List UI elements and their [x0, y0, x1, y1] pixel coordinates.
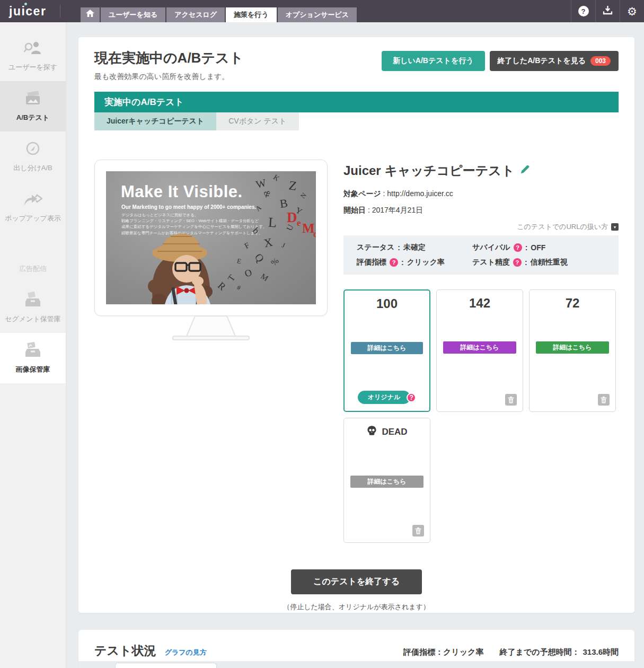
- top-navbar: juicer ユーザーを知る アクセスログ 施策を行う オプションサービス ? …: [0, 0, 644, 22]
- sidebar-item-label: 画像保管庫: [16, 365, 50, 374]
- target-page-row: 対象ページ : http://demo.juicer.cc: [343, 189, 619, 199]
- chart-strip: [78, 661, 634, 668]
- metric-row: 評価指標? : クリック率: [357, 258, 472, 267]
- nav-tab-home[interactable]: [81, 7, 100, 22]
- variant-detail-button[interactable]: 詳細はこちら: [443, 341, 516, 354]
- chevron-down-icon: ▼: [611, 223, 619, 231]
- nav-icons: ? ⚙: [571, 0, 644, 22]
- help-button[interactable]: ?: [571, 0, 595, 22]
- juicer-logo: juicer: [9, 4, 46, 19]
- title-block: 現在実施中のA/Bテスト 最も改善効果の高い箇所を改善します。: [94, 49, 243, 82]
- settings-button[interactable]: ⚙: [620, 0, 644, 22]
- trash-button[interactable]: [412, 525, 424, 537]
- preview-body-line: デジタルはもっとビジネスに貢献できる。: [121, 212, 267, 218]
- segment-box-icon: [24, 292, 42, 307]
- survival-label: サバイバル: [472, 243, 510, 252]
- precision-label: テスト精度: [472, 258, 510, 267]
- dead-header: DEAD: [344, 425, 430, 439]
- help-icon[interactable]: ?: [407, 393, 416, 402]
- variant-card: 72 詳細はこちら: [529, 289, 616, 412]
- graph-guide-link[interactable]: グラフの見方: [165, 648, 207, 657]
- nav-tab-know-users[interactable]: ユーザーを知る: [101, 7, 165, 22]
- ab-test-card: 現在実施中のA/Bテスト 最も改善効果の高い箇所を改善します。 新しいA/Bテス…: [78, 37, 634, 613]
- test-status-header: テスト状況 グラフの見方 評価指標：クリック率 終了までの予想時間： 313.6…: [94, 643, 619, 659]
- edit-pencil-icon[interactable]: [519, 163, 531, 178]
- variant-detail-button[interactable]: 詳細はこちら: [536, 341, 609, 354]
- nav-tabs: ユーザーを知る アクセスログ 施策を行う オプションサービス: [81, 7, 358, 22]
- home-icon: [86, 7, 94, 22]
- test-title: Juicer キャッチコピーテスト: [343, 162, 514, 179]
- separator: :: [398, 243, 400, 252]
- sidebar-item-segment-storage[interactable]: セグメント保管庫: [0, 283, 66, 333]
- nav-divider: [60, 5, 60, 17]
- logo-leaf-dot: [24, 3, 27, 5]
- tab-cv-button-test[interactable]: CVボタン テスト: [216, 112, 298, 130]
- tab-juicer-catchcopy-test[interactable]: Juicerキャッチコピーテスト: [94, 112, 216, 130]
- page-title: 現在実施中のA/Bテスト: [94, 49, 243, 67]
- finished-tests-button[interactable]: 終了したA/Bテストを見る 003: [490, 51, 619, 71]
- preview-body-line: 経験豊富な専門チームがお客様のデジタルマーケティングをサポートします。: [121, 230, 267, 236]
- sidebar: ユーザーを探す A/Bテスト 出し分けA/B ポップアップ表示 広告配信 セグメ…: [0, 22, 66, 668]
- metric-summary: 評価指標：クリック率: [403, 647, 483, 657]
- help-icon[interactable]: ?: [514, 243, 522, 252]
- preview-body-line: 成果に直結するデジタルマーケティングを中心にサービスを展開しております。: [121, 224, 267, 230]
- test-status-card: テスト状況 グラフの見方 評価指標：クリック率 終了までの予想時間： 313.6…: [78, 630, 634, 668]
- nav-tab-option-services[interactable]: オプションサービス: [278, 7, 357, 22]
- preview-tagline: Our Marketing to go meet happy of 2000+ …: [121, 204, 256, 210]
- separator: :: [525, 258, 527, 267]
- survival-row: サバイバル? : OFF: [472, 243, 568, 252]
- running-tests-banner: 実施中のA/Bテスト: [94, 92, 619, 112]
- gear-icon: ⚙: [627, 6, 637, 17]
- separator: :: [366, 206, 372, 214]
- variant-value: 142: [437, 296, 523, 311]
- variant-detail-button[interactable]: 詳細はこちら: [351, 342, 423, 354]
- finished-count-badge: 003: [590, 56, 611, 66]
- finished-tests-label: 終了したA/Bテストを見る: [498, 56, 586, 66]
- nav-tab-actions[interactable]: 施策を行う: [226, 7, 277, 22]
- precision-value: 信頼性重視: [531, 258, 568, 267]
- preview-body-line: 戦略プランニング・リスティング・SEO・Webサイト構築・データ分析など: [121, 218, 267, 224]
- start-date-value: 2017年4月21日: [372, 206, 424, 214]
- separator: :: [525, 243, 528, 252]
- forward-arrows-icon: [23, 191, 42, 207]
- variant-card-original: 100 詳細はこちら オリジナル ?: [343, 289, 430, 412]
- nav-tab-access-log[interactable]: アクセスログ: [166, 7, 225, 22]
- variant-detail-button[interactable]: 詳細はこちら: [350, 476, 424, 488]
- sidebar-item-label: ユーザーを探す: [8, 63, 57, 72]
- monitor-stand: [94, 316, 328, 342]
- trash-button[interactable]: [598, 394, 610, 406]
- precision-row: テスト精度? : 信頼性重視: [472, 258, 568, 267]
- target-page-label: 対象ページ: [343, 189, 381, 198]
- page-subtitle: 最も改善効果の高い箇所を改善します。: [94, 72, 243, 82]
- trash-button[interactable]: [505, 394, 517, 406]
- preview-body-text: デジタルはもっとビジネスに貢献できる。 戦略プランニング・リスティング・SEO・…: [121, 212, 267, 236]
- url-handling-link[interactable]: このテストでのURLの扱い方 ▼: [343, 222, 619, 232]
- sidebar-item-split-ab[interactable]: 出し分けA/B: [0, 131, 66, 182]
- test-title-row: Juicer キャッチコピーテスト: [343, 162, 619, 179]
- eta-label: 終了までの予想時間：: [499, 647, 579, 657]
- sidebar-item-ad-delivery[interactable]: 広告配信: [0, 232, 66, 283]
- help-icon[interactable]: ?: [513, 258, 522, 267]
- new-ab-test-button[interactable]: 新しいA/Bテストを行う: [382, 51, 484, 71]
- monitor-frame: Make It Visible. Our Marketing to go mee…: [94, 160, 328, 316]
- status-row: ステータス : 未確定: [357, 243, 472, 252]
- stop-test-button[interactable]: このテストを終了する: [291, 569, 422, 594]
- start-date-label: 開始日: [343, 206, 366, 214]
- sidebar-item-ab-test[interactable]: A/Bテスト: [0, 81, 66, 131]
- sidebar-item-image-storage[interactable]: 画像保管庫: [0, 333, 66, 383]
- help-icon[interactable]: ?: [390, 258, 398, 267]
- chart-tab-partial[interactable]: [115, 663, 217, 668]
- survival-value: OFF: [531, 243, 545, 252]
- sidebar-item-label: A/Bテスト: [16, 113, 49, 122]
- sidebar-item-label: 広告配信: [19, 264, 47, 274]
- download-button[interactable]: [595, 0, 620, 22]
- test-tabs: Juicerキャッチコピーテスト CVボタン テスト: [94, 112, 619, 130]
- compass-icon: [25, 140, 41, 156]
- sidebar-item-label: 出し分けA/B: [13, 163, 52, 173]
- sidebar-item-popup[interactable]: ポップアップ表示: [0, 182, 66, 232]
- sidebar-item-find-users[interactable]: ユーザーを探す: [0, 31, 66, 81]
- separator: :: [401, 258, 404, 267]
- url-handling-label: このテストでのURLの扱い方: [517, 222, 608, 232]
- preview-column: Make It Visible. Our Marketing to go mee…: [94, 160, 328, 543]
- woman-illustration: [134, 228, 248, 304]
